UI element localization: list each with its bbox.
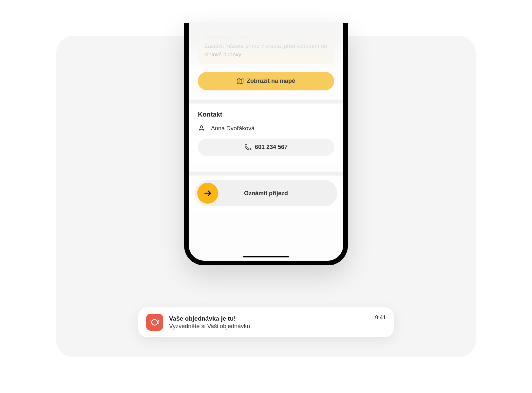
notification-time: 9:41 (375, 314, 386, 321)
contact-section-title: Kontakt (198, 111, 334, 118)
announce-arrival-slider[interactable]: Oznámit příjezd (195, 180, 337, 206)
app-icon (146, 314, 163, 331)
section-divider (189, 100, 343, 103)
contact-name-row: Anna Dvořáková (198, 125, 334, 132)
call-contact-button[interactable]: 601 234 567 (198, 139, 334, 156)
svg-point-5 (152, 319, 158, 325)
show-on-map-label: Zobrazit na mapě (247, 78, 295, 84)
notification-title: Vaše objednávka je tu! (169, 315, 369, 322)
person-icon (198, 125, 205, 132)
phone-icon (244, 144, 251, 151)
courier-note-text: Zastavit můžete přímo v areálu, před vch… (204, 42, 328, 59)
arrival-section: Oznámit příjezd (189, 176, 343, 213)
courier-note-card: Poznámka pro kurýra Zastavit můžete přím… (198, 29, 334, 64)
contact-phone-number: 601 234 567 (255, 144, 288, 151)
push-notification[interactable]: Vaše objednávka je tu! Vyzvedněte si Vaš… (138, 307, 394, 337)
announce-arrival-label: Oznámit příjezd (197, 190, 335, 197)
svg-point-3 (200, 126, 202, 128)
notification-body: Vyzvedněte si Vaši objednávku (169, 323, 369, 330)
courier-note-label: Poznámka pro kurýra (204, 35, 328, 41)
section-divider-2 (189, 172, 343, 176)
home-indicator[interactable] (243, 256, 289, 257)
map-icon (237, 78, 243, 84)
svg-marker-0 (237, 78, 243, 84)
notification-content: Vaše objednávka je tu! Vyzvedněte si Vaš… (169, 315, 369, 330)
contact-section: Kontakt Anna Dvořáková (189, 103, 343, 162)
show-on-map-button[interactable]: Zobrazit na mapě (198, 72, 334, 90)
phone-frame: Poznámka pro kurýra Zastavit můžete přím… (184, 23, 348, 265)
canvas-container: Poznámka pro kurýra Zastavit můžete přím… (56, 36, 476, 357)
contact-name: Anna Dvořáková (211, 125, 255, 132)
phone-screen: Poznámka pro kurýra Zastavit můžete přím… (189, 23, 343, 261)
